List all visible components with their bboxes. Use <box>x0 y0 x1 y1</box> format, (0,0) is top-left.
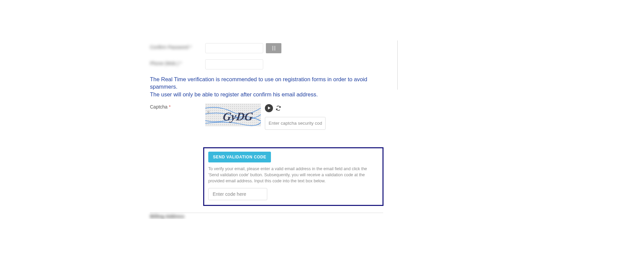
svg-text:K: K <box>207 110 210 115</box>
vertical-divider <box>397 40 398 90</box>
confirm-password-input[interactable] <box>205 43 263 53</box>
verification-notice: The Real Time verification is recommende… <box>150 75 386 98</box>
form-section: Confirm Password * Phone (Mob.) * The Re… <box>150 43 399 219</box>
required-asterisk: * <box>169 104 171 110</box>
captcha-input[interactable] <box>265 117 326 130</box>
send-validation-button[interactable]: SEND VALIDATION CODE <box>208 152 271 162</box>
confirm-password-label: Confirm Password * <box>150 43 205 50</box>
svg-text:GyDG: GyDG <box>222 110 254 123</box>
play-audio-icon[interactable] <box>265 104 273 112</box>
phone-input[interactable] <box>205 59 263 69</box>
refresh-icon[interactable] <box>275 105 282 112</box>
notice-line-2: The user will only be able to register a… <box>150 91 318 97</box>
validation-help-text: To verify your email, please enter a val… <box>208 166 378 184</box>
next-section-title: Billing Address <box>150 214 399 219</box>
phone-label: Phone (Mob.) * <box>150 59 205 66</box>
confirm-password-row: Confirm Password * <box>150 43 399 53</box>
validation-code-input[interactable] <box>208 188 267 200</box>
notice-line-1: The Real Time verification is recommende… <box>150 76 367 90</box>
phone-row: Phone (Mob.) * <box>150 59 399 69</box>
section-divider <box>150 213 383 213</box>
email-validation-box: SEND VALIDATION CODE To verify your emai… <box>203 147 384 206</box>
svg-marker-5 <box>268 106 271 110</box>
captcha-label: Captcha * <box>150 103 205 143</box>
captcha-image: GyDG K <box>205 103 261 126</box>
captcha-row: Captcha * <box>150 103 399 143</box>
password-toggle-icon[interactable] <box>266 43 281 53</box>
